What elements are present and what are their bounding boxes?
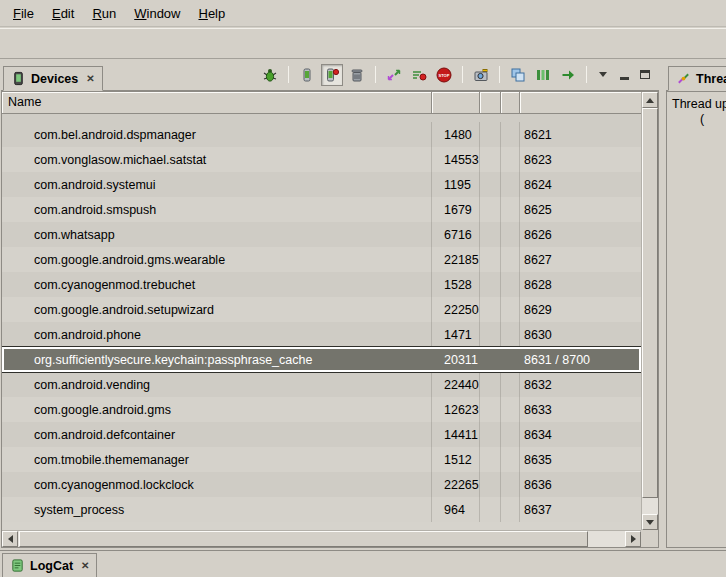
table-row[interactable]: com.vonglasow.michael.satstat 14553 8623 bbox=[2, 147, 641, 172]
main-toolbar bbox=[0, 28, 726, 59]
table-row[interactable]: com.android.vending 22440 8632 bbox=[2, 372, 641, 397]
panel-sash[interactable] bbox=[659, 62, 666, 548]
arrow-left-icon bbox=[8, 535, 13, 543]
view-menu-button[interactable] bbox=[594, 66, 612, 84]
cell-blank-2 bbox=[501, 247, 520, 272]
cell-pid: 1528 bbox=[432, 272, 480, 297]
cell-pid: 20311 bbox=[432, 347, 480, 372]
cell-blank-2 bbox=[501, 197, 520, 222]
threads-icon bbox=[676, 71, 691, 86]
cell-name: com.bel.android.dspmanager bbox=[2, 122, 432, 147]
screen-capture-button[interactable] bbox=[470, 64, 492, 86]
minimize-icon bbox=[620, 77, 629, 80]
view-hierarchy-button[interactable] bbox=[507, 64, 529, 86]
scroll-left-button[interactable] bbox=[2, 531, 18, 547]
maximize-button[interactable] bbox=[636, 66, 654, 84]
cell-port: 8627 bbox=[520, 247, 641, 272]
cell-name: com.android.vending bbox=[2, 372, 432, 397]
table-row[interactable]: com.cyanogenmod.trebuchet 1528 8628 bbox=[2, 272, 641, 297]
close-icon[interactable]: ✕ bbox=[86, 73, 94, 84]
cell-name: com.android.smspush bbox=[2, 197, 432, 222]
update-heap-icon bbox=[299, 67, 315, 83]
minimize-button[interactable] bbox=[615, 66, 633, 84]
vertical-scrollbar[interactable] bbox=[641, 92, 658, 530]
cell-blank-1 bbox=[480, 297, 501, 322]
dump-hprof-icon bbox=[324, 67, 340, 83]
cell-pid: 22185 bbox=[432, 247, 480, 272]
cell-pid: 12623 bbox=[432, 397, 480, 422]
menu-file[interactable]: File bbox=[4, 2, 43, 25]
scroll-right-button[interactable] bbox=[625, 531, 641, 547]
close-icon[interactable]: ✕ bbox=[81, 560, 89, 571]
table-row[interactable]: com.whatsapp 6716 8626 bbox=[2, 222, 641, 247]
cell-blank-2 bbox=[501, 147, 520, 172]
device-icon bbox=[11, 71, 26, 86]
update-heap-button[interactable] bbox=[296, 64, 318, 86]
logcat-view: LogCat ✕ bbox=[0, 550, 726, 577]
table-row[interactable]: com.google.android.gms.wearable 22185 86… bbox=[2, 247, 641, 272]
table-row[interactable]: com.tmobile.thememanager 1512 8635 bbox=[2, 447, 641, 472]
chevron-down-icon bbox=[599, 72, 607, 77]
stop-icon: STOP bbox=[436, 67, 452, 83]
cell-name: com.google.android.setupwizard bbox=[2, 297, 432, 322]
table-row[interactable]: com.cyanogenmod.lockclock 22265 8636 bbox=[2, 472, 641, 497]
table-row[interactable]: com.android.phone 1471 8630 bbox=[2, 322, 641, 347]
horizontal-scroll-thumb[interactable] bbox=[19, 531, 588, 547]
column-header-port[interactable] bbox=[520, 92, 641, 114]
table-row[interactable]: org.sufficientlysecure.keychain:passphra… bbox=[2, 347, 641, 372]
scroll-down-button[interactable] bbox=[642, 514, 658, 530]
threads-message-line1: Thread up bbox=[667, 92, 726, 111]
table-row[interactable]: com.android.systemui 1195 8624 bbox=[2, 172, 641, 197]
cell-port: 8630 bbox=[520, 322, 641, 347]
device-table-header: Name bbox=[2, 92, 641, 114]
opengl-trace-button[interactable] bbox=[557, 64, 579, 86]
toolbar-separator bbox=[375, 66, 376, 83]
cell-pid: 1679 bbox=[432, 197, 480, 222]
table-row[interactable]: com.android.smspush 1679 8625 bbox=[2, 197, 641, 222]
cell-name: org.sufficientlysecure.keychain:passphra… bbox=[2, 347, 432, 372]
opengl-trace-icon bbox=[560, 67, 576, 83]
cell-blank-2 bbox=[501, 272, 520, 297]
stop-process-button[interactable]: STOP bbox=[433, 64, 455, 86]
vertical-scroll-thumb[interactable] bbox=[642, 108, 658, 498]
tab-devices-label: Devices bbox=[31, 72, 78, 86]
dump-hprof-button[interactable] bbox=[321, 64, 343, 86]
table-row[interactable]: com.bel.android.dspmanager 1480 8621 bbox=[2, 122, 641, 147]
tab-devices[interactable]: Devices ✕ bbox=[3, 66, 103, 91]
cell-blank-1 bbox=[480, 247, 501, 272]
menu-run[interactable]: Run bbox=[83, 2, 125, 25]
scroll-up-button[interactable] bbox=[642, 92, 658, 108]
arrow-up-icon bbox=[646, 98, 654, 103]
column-header-2[interactable] bbox=[480, 92, 501, 114]
menu-help[interactable]: Help bbox=[189, 2, 234, 25]
systrace-button[interactable] bbox=[532, 64, 554, 86]
table-row[interactable]: com.google.android.gms 12623 8633 bbox=[2, 397, 641, 422]
column-header-name[interactable]: Name bbox=[2, 92, 432, 114]
table-row[interactable]: system_process 964 8637 bbox=[2, 497, 641, 522]
table-row[interactable]: com.google.android.setupwizard 22250 862… bbox=[2, 297, 641, 322]
tab-threads[interactable]: Threa bbox=[668, 66, 726, 91]
tab-logcat[interactable]: LogCat ✕ bbox=[2, 553, 97, 577]
cell-blank-1 bbox=[480, 347, 501, 372]
column-header-3[interactable] bbox=[501, 92, 520, 114]
cell-blank-2 bbox=[501, 347, 520, 372]
devices-toolbar: STOP bbox=[259, 64, 659, 86]
cause-gc-button[interactable] bbox=[346, 64, 368, 86]
debug-process-button[interactable] bbox=[259, 64, 281, 86]
horizontal-scrollbar[interactable] bbox=[2, 530, 641, 547]
threads-view: Threa Thread up ( bbox=[666, 62, 726, 548]
cell-pid: 1471 bbox=[432, 322, 480, 347]
systrace-icon bbox=[535, 67, 551, 83]
table-row[interactable]: com.android.defcontainer 14411 8634 bbox=[2, 422, 641, 447]
column-header-pid[interactable] bbox=[432, 92, 480, 114]
toolbar-separator bbox=[288, 66, 289, 83]
menu-window[interactable]: Window bbox=[125, 2, 189, 25]
arrow-down-icon bbox=[646, 520, 654, 525]
update-threads-button[interactable] bbox=[383, 64, 405, 86]
cell-blank-2 bbox=[501, 122, 520, 147]
cell-blank-2 bbox=[501, 322, 520, 347]
cell-port: 8629 bbox=[520, 297, 641, 322]
cell-blank-1 bbox=[480, 322, 501, 347]
menu-edit[interactable]: Edit bbox=[43, 2, 83, 25]
method-profiling-button[interactable] bbox=[408, 64, 430, 86]
